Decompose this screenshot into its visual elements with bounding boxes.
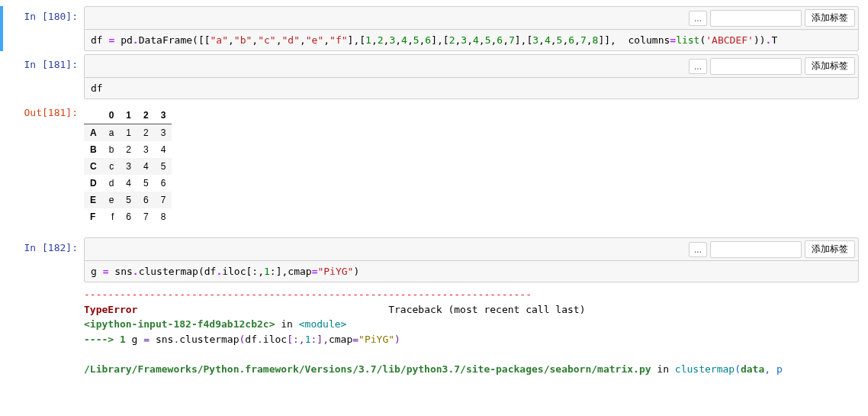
row-index: E — [84, 192, 103, 208]
tag-input[interactable] — [710, 58, 802, 75]
table-cell: 8 — [155, 208, 172, 225]
column-header: 0 — [103, 107, 121, 124]
code-input[interactable]: df = pd.DataFrame([["a","b","c","d","e",… — [84, 30, 859, 51]
code-cell: In [180]: ... 添加标签 df = pd.DataFrame([["… — [0, 6, 868, 51]
table-cell: d — [103, 175, 121, 192]
cell-body: ... 添加标签 df — [84, 54, 868, 99]
table-cell: 4 — [120, 175, 137, 192]
traceback-output: ----------------------------------------… — [84, 282, 859, 376]
cell-toolbar: ... 添加标签 — [84, 54, 859, 78]
row-index: C — [84, 158, 103, 175]
prompt-label: In [182]: — [24, 242, 78, 253]
add-tag-button[interactable]: 添加标签 — [805, 9, 855, 27]
row-index: A — [84, 124, 103, 142]
table-cell: e — [103, 192, 121, 208]
table-cell: a — [103, 124, 121, 142]
table-cell: 7 — [137, 208, 155, 225]
table-row: Aa123 — [84, 124, 172, 142]
add-tag-button[interactable]: 添加标签 — [805, 57, 855, 75]
cell-toolbar: ... 添加标签 — [84, 6, 859, 30]
ellipsis-button[interactable]: ... — [689, 11, 707, 26]
row-index: D — [84, 175, 103, 192]
cell-body: ... 添加标签 df = pd.DataFrame([["a","b","c"… — [84, 6, 868, 51]
table-row: Ff678 — [84, 208, 172, 225]
table-row: Cc345 — [84, 158, 172, 175]
input-prompt: In [181]: — [0, 54, 84, 99]
table-cell: c — [103, 158, 121, 175]
table-cell: 3 — [155, 124, 172, 142]
output-cell: Out[181]: 0123Aa123Bb234Cc345Dd456Ee567F… — [0, 102, 868, 234]
table-cell: 4 — [155, 141, 172, 158]
table-cell: 5 — [155, 158, 172, 175]
add-tag-button[interactable]: 添加标签 — [805, 240, 855, 258]
table-cell: 1 — [120, 124, 137, 142]
table-row: Bb234 — [84, 141, 172, 158]
tag-input[interactable] — [710, 10, 802, 27]
ellipsis-button[interactable]: ... — [689, 59, 707, 74]
table-cell: 6 — [137, 192, 155, 208]
cell-toolbar: ... 添加标签 — [84, 237, 859, 261]
table-cell: 6 — [155, 175, 172, 192]
code-cell: In [182]: ... 添加标签 g = sns.clustermap(df… — [0, 237, 868, 376]
dataframe-table: 0123Aa123Bb234Cc345Dd456Ee567Ff678 — [84, 107, 172, 225]
table-cell: 5 — [120, 192, 137, 208]
row-index: F — [84, 208, 103, 225]
table-cell: 6 — [120, 208, 137, 225]
column-header: 3 — [155, 107, 172, 124]
prompt-label: Out[181]: — [24, 107, 78, 118]
table-cell: 2 — [137, 124, 155, 142]
dataframe-output: 0123Aa123Bb234Cc345Dd456Ee567Ff678 — [84, 102, 859, 234]
column-header: 1 — [120, 107, 137, 124]
prompt-label: In [181]: — [24, 59, 78, 70]
table-cell: 4 — [137, 158, 155, 175]
table-row: Dd456 — [84, 175, 172, 192]
ellipsis-button[interactable]: ... — [689, 242, 707, 257]
input-prompt: In [182]: — [0, 237, 84, 376]
input-prompt: In [180]: — [0, 6, 84, 51]
code-cell: In [181]: ... 添加标签 df — [0, 54, 868, 99]
table-cell: 3 — [120, 158, 137, 175]
table-cell: b — [103, 141, 121, 158]
cell-body: ... 添加标签 g = sns.clustermap(df.iloc[:,1:… — [84, 237, 868, 376]
output-body: 0123Aa123Bb234Cc345Dd456Ee567Ff678 — [84, 102, 868, 234]
code-input[interactable]: g = sns.clustermap(df.iloc[:,1:],cmap="P… — [84, 261, 859, 282]
row-index: B — [84, 141, 103, 158]
table-cell: 3 — [137, 141, 155, 158]
table-cell: 7 — [155, 192, 172, 208]
table-row: Ee567 — [84, 192, 172, 208]
code-input[interactable]: df — [84, 78, 859, 99]
column-header: 2 — [137, 107, 155, 124]
table-cell: 2 — [120, 141, 137, 158]
prompt-label: In [180]: — [24, 11, 78, 22]
table-cell: 5 — [137, 175, 155, 192]
output-prompt: Out[181]: — [0, 102, 84, 234]
table-cell: f — [103, 208, 121, 225]
tag-input[interactable] — [710, 241, 802, 258]
